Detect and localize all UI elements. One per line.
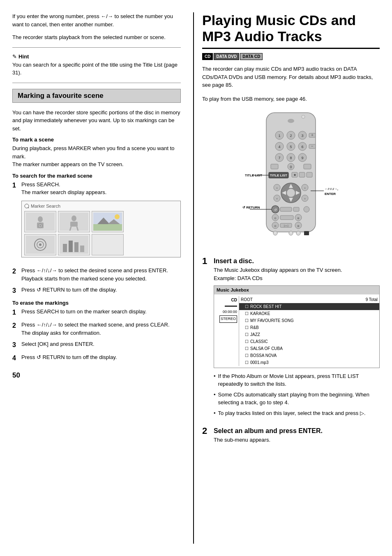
marker-thumbnails-row2 [24,234,178,255]
right-title: Playing Music CDs and MP3 Audio Tracks [202,12,380,49]
mj-karaoke-label: KARAOKE [250,310,270,317]
intro-text-2: The recorder starts playback from the se… [12,33,181,42]
music-jukebox-box: Music Jukebox CD 00:00:00 STEREO ROOT [214,285,380,368]
svg-text:4: 4 [278,145,280,149]
right-column: Playing Music CDs and MP3 Audio Tracks C… [193,12,380,544]
mj-row-root: ROOT 9 Total [239,296,379,303]
hint-title: Hint [18,53,29,60]
right-step-1-example: Example: DATA CDs [214,274,380,283]
right-step-2-title: Select an album and press ENTER. [214,426,380,436]
mj-row-classic: ☐ CLASSIC [239,338,379,345]
mj-salsa-label: SALSA OF CUBA [250,345,283,352]
erase-1-content: Press SEARCH to turn on the marker searc… [21,308,181,317]
mj-row-bossa: ☐ BOSSA NOVA [239,352,379,359]
disc-badges: CD DATA DVD DATA CD [202,53,380,60]
svg-text:1: 1 [278,134,280,138]
step-1-sub: The marker search display appears. [21,188,181,197]
erase-num-2: 2 [12,321,19,337]
step-3-main: Press ↺ RETURN to turn off the display. [21,287,117,293]
right-step-1: 1 Insert a disc. The Music Jukebox displ… [202,256,380,420]
mj-folder-3: ☐ [245,317,249,324]
mj-row-mp3: ☐ 0001.mp3 [239,359,379,366]
section-body: You can have the recorder store specific… [12,109,181,133]
svg-rect-23 [69,241,73,252]
mj-rb-label: R&B [250,324,259,331]
erase-steps-list: 1 Press SEARCH to turn on the marker sea… [12,308,181,363]
thumbnail-5 [58,234,90,255]
svg-point-93 [273,231,277,235]
search-step-2: 2 Press ←/↑/↓/→ to select the desired sc… [12,266,181,283]
mark-scene-text: During playback, press MARKER when you f… [12,144,181,169]
music-jukebox-title: Music Jukebox [214,286,379,294]
svg-text:⊕: ⊕ [297,225,300,227]
svg-point-8 [71,215,76,221]
svg-point-81 [304,206,309,212]
bullet-3: To play tracks listed on this layer, sel… [214,409,380,417]
svg-text:+: + [276,187,278,190]
svg-text:▷◁: ▷◁ [284,224,288,227]
svg-rect-62 [307,172,312,177]
step-1-main: Press SEARCH. [21,181,60,188]
svg-text:⊖: ⊖ [274,225,277,227]
erase-step-1: 1 Press SEARCH to turn on the marker sea… [12,308,181,317]
mj-folder-7: ☐ [245,345,249,352]
right-step-2: 2 Select an album and press ENTER. The s… [202,426,380,444]
bullet-3-text: To play tracks listed on this layer, sel… [218,409,366,417]
svg-rect-53 [271,164,278,169]
mj-folder-8: ☐ [245,352,249,359]
thumb-svg-3 [93,213,122,231]
step-2-main: Press ←/↑/↓/→ to select the desired scen… [21,267,168,273]
mj-classic-label: CLASSIC [250,338,268,345]
step-3-content: Press ↺ RETURN to turn off the display. [21,286,181,296]
thumbnail-3 [92,211,124,232]
search-step-3: 3 Press ↺ RETURN to turn off the display… [12,286,181,296]
step-num-2: 2 [12,266,19,283]
right-step-2-content: Select an album and press ENTER. The sub… [214,426,380,444]
svg-text:TITLE LIST: TITLE LIST [245,174,262,177]
mj-root-label: ROOT [241,297,253,303]
svg-line-1 [28,207,29,208]
hint-header: ✎ Hint [12,53,181,60]
right-step-2-body: The sub-menu appears. [214,436,380,444]
mj-stereo: STEREO [219,315,237,323]
svg-rect-13 [93,224,122,231]
svg-point-94 [289,231,293,235]
svg-text:ENTER: ENTER [325,192,336,196]
mj-row-rb: ☐ R&B [239,324,379,331]
erase-num-4: 4 [12,353,19,363]
erase-step-2: 2 Press ←/↑/↓/→ to select the marked sce… [12,321,181,337]
erase-3-main: Select [OK] and press ENTER. [21,341,95,347]
mj-myfav-label: MY FAVOURITE SONG [250,317,294,324]
right-step-num-2: 2 [202,426,210,444]
mj-folder-5: ☐ [245,331,249,338]
mj-bossa-label: BOSSA NOVA [250,352,277,359]
badge-cd: CD [202,53,213,60]
page: If you enter the wrong number, press ←/→… [0,0,392,556]
step-2-sub: Playback starts from the marked scene yo… [21,275,181,283]
mj-folder-1: ☐ [245,303,249,310]
bullet-1-text: If the Photo Album or Movie List appears… [218,372,380,388]
bullet-1: If the Photo Album or Movie List appears… [214,372,380,388]
svg-rect-56 [304,164,311,169]
mj-mp3-label: 0001.mp3 [250,359,268,366]
music-jukebox-body: CD 00:00:00 STEREO ROOT 9 Total [214,294,379,368]
mj-folder-2: ☐ [245,310,249,317]
mark-scene-title: To mark a scene [12,137,181,143]
mj-rock-label: ROCK BEST HIT [250,303,282,310]
right-step-num-1: 1 [202,256,210,420]
svg-text:+: + [304,197,306,200]
svg-text:⊕: ⊕ [297,217,300,220]
step-1-content: Press SEARCH. The marker search display … [21,181,181,264]
svg-text:7: 7 [278,156,280,160]
section-title: Marking a favourite scene [18,92,104,100]
svg-text:8: 8 [290,156,292,160]
bullet-2: Some CDs automatically start playing fro… [214,391,380,407]
mj-jazz-label: JAZZ [250,331,260,338]
right-body-1: The recorder can play music CDs and MP3 … [202,65,380,89]
mj-row-rock: ☐ ROCK BEST HIT [239,303,379,310]
search-step-1: 1 Press SEARCH. The marker search displa… [12,181,181,264]
svg-text:+: + [311,133,314,137]
step-num-3: 3 [12,286,19,296]
svg-rect-25 [80,246,84,252]
step-num-1: 1 [12,181,19,264]
